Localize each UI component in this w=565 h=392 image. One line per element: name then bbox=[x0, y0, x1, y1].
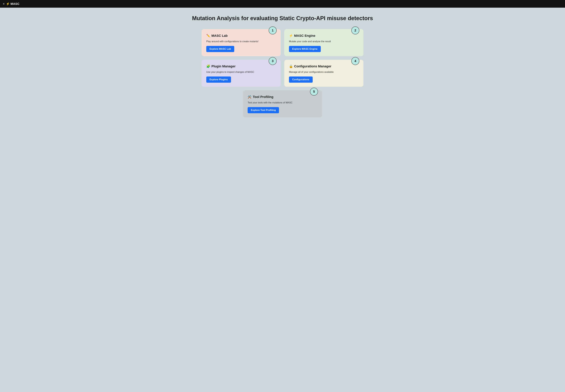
card-title-text-4: Configurations Manager bbox=[294, 64, 331, 68]
explore-tool-profiling-button[interactable]: Explore Tool Profiling bbox=[248, 107, 279, 113]
card-description-3: Use your plugins to inspect changes of M… bbox=[206, 70, 276, 74]
navbar-logo: ⚡ MASC bbox=[6, 2, 20, 6]
card-title-text-3: Plugin Manager bbox=[212, 64, 236, 68]
app-title: MASC bbox=[11, 2, 20, 6]
explore-masc-engine-button[interactable]: Explore MASC Engine bbox=[289, 46, 321, 52]
card-title-1: ✏️ MASC Lab bbox=[206, 34, 276, 38]
page-title: Mutation Analysis for evaluating Static … bbox=[192, 15, 373, 22]
card-plugin-manager: 3 🧩 Plugin Manager Use your plugins to i… bbox=[202, 60, 281, 87]
bottom-card-wrapper: 5 ⚒️ Tool Profiling Test your tools with… bbox=[202, 90, 363, 117]
card-number-5: 5 bbox=[310, 88, 318, 96]
card-title-3: 🧩 Plugin Manager bbox=[206, 64, 276, 68]
card-title-4: 🔒 Configurations Manager bbox=[289, 64, 359, 68]
card-masc-engine: 2 ⚡ MASC Engine Mutate your code and ana… bbox=[284, 29, 363, 56]
card-title-2: ⚡ MASC Engine bbox=[289, 34, 359, 38]
lock-icon: 🔒 bbox=[289, 64, 293, 68]
lightning-icon: ⚡ bbox=[6, 2, 10, 6]
card-number-1: 1 bbox=[269, 27, 277, 34]
explore-plugins-button[interactable]: Explore Plugins bbox=[206, 76, 231, 83]
card-number-4: 4 bbox=[351, 57, 359, 65]
card-title-text-5: Tool Profiling bbox=[253, 95, 273, 99]
card-tool-profiling: 5 ⚒️ Tool Profiling Test your tools with… bbox=[243, 90, 322, 117]
card-description-1: Play around with configurations to creat… bbox=[206, 40, 276, 43]
card-configurations-manager: 4 🔒 Configurations Manager Manage all of… bbox=[284, 60, 363, 87]
card-title-text-1: MASC Lab bbox=[212, 34, 228, 38]
configurations-button[interactable]: Configurations bbox=[289, 76, 313, 83]
puzzle-icon: 🧩 bbox=[206, 64, 210, 68]
card-title-text-2: MASC Engine bbox=[294, 34, 315, 38]
lightning-card-icon: ⚡ bbox=[289, 34, 293, 38]
cards-grid: 1 ✏️ MASC Lab Play around with configura… bbox=[202, 29, 363, 87]
card-title-5: ⚒️ Tool Profiling bbox=[248, 95, 317, 99]
card-description-4: Manage all of your configurations availa… bbox=[289, 70, 359, 74]
card-number-3: 3 bbox=[269, 57, 277, 65]
navbar: ≡ ⚡ MASC bbox=[0, 0, 565, 8]
card-description-5: Test your tools with the mutations of MA… bbox=[248, 101, 317, 104]
main-content: Mutation Analysis for evaluating Static … bbox=[0, 8, 565, 392]
menu-icon[interactable]: ≡ bbox=[3, 2, 5, 5]
explore-masc-lab-button[interactable]: Explore MASC Lab bbox=[206, 46, 234, 52]
card-5-container: 5 ⚒️ Tool Profiling Test your tools with… bbox=[243, 90, 322, 117]
tools-icon: ⚒️ bbox=[248, 95, 252, 99]
card-masc-lab: 1 ✏️ MASC Lab Play around with configura… bbox=[202, 29, 281, 56]
card-description-2: Mutate your code and analyse the result bbox=[289, 40, 359, 43]
card-number-2: 2 bbox=[351, 27, 359, 34]
pencil-icon: ✏️ bbox=[206, 34, 210, 38]
